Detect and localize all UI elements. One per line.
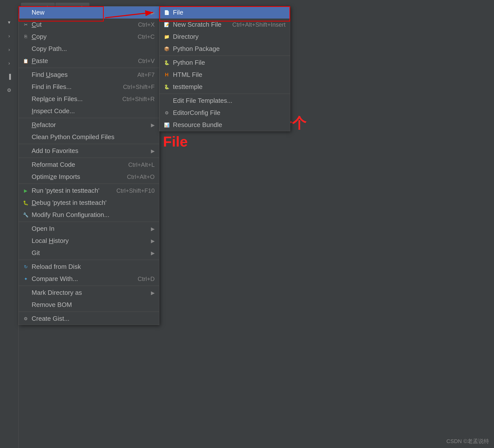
menu-item-debug[interactable]: 🐛 Debug 'pytest in testteach' <box>19 197 159 209</box>
menu-item-mark-directory[interactable]: Mark Directory as ▶ <box>19 287 159 299</box>
new-scratch-shortcut: Ctrl+Alt+Shift+Insert <box>232 21 286 28</box>
menu-item-find-in-files-label: Find in Files... <box>32 83 116 91</box>
submenu-item-editorconfig-label: EditorConfig File <box>173 109 286 117</box>
sidebar-icon-run-widget[interactable]: ⚙ <box>2 84 17 96</box>
sidebar-icon-chevron-down[interactable]: ▾ <box>2 16 17 28</box>
separator-4 <box>19 158 159 158</box>
menu-item-modify-run[interactable]: 🔧 Modify Run Configuration... <box>19 209 159 221</box>
menu-item-local-history[interactable]: Local History ▶ <box>19 235 159 247</box>
submenu-item-editorconfig[interactable]: ⚙ EditorConfig File <box>160 107 290 119</box>
reload-icon: ↻ <box>22 264 29 270</box>
cut-shortcut: Ctrl+X <box>138 21 155 28</box>
menu-item-git-label: Git <box>32 249 148 257</box>
mark-directory-arrow-icon: ▶ <box>151 290 155 296</box>
menu-item-remove-bom[interactable]: Remove BOM <box>19 299 159 311</box>
submenu-item-html-file[interactable]: H HTML File <box>160 69 290 81</box>
paste-icon: 📋 <box>22 58 29 64</box>
submenu-item-new-scratch[interactable]: 📝 New Scratch File Ctrl+Alt+Shift+Insert <box>160 19 290 31</box>
menu-item-optimize-imports[interactable]: Optimize Imports Ctrl+Alt+O <box>19 171 159 183</box>
menu-item-inspect-code-label: Inspect Code... <box>32 107 155 115</box>
testtemple-icon: 🐍 <box>163 84 170 90</box>
sidebar-icon-chevron-3[interactable]: › <box>2 57 17 69</box>
sidebar-icon-bar-chart[interactable]: ▐ <box>2 70 17 83</box>
submenu-item-edit-templates[interactable]: Edit File Templates... <box>160 95 290 107</box>
menu-item-reformat-code[interactable]: Reformat Code Ctrl+Alt+L <box>19 159 159 171</box>
submenu-item-file[interactable]: 📄 File <box>160 6 290 19</box>
separator-1 <box>19 68 159 68</box>
optimize-shortcut: Ctrl+Alt+O <box>127 173 155 180</box>
menu-item-create-gist[interactable]: ⚙ Create Gist... <box>19 313 159 325</box>
menu-item-find-in-files[interactable]: Find in Files... Ctrl+Shift+F <box>19 81 159 93</box>
separator-6 <box>19 222 159 222</box>
find-in-files-shortcut: Ctrl+Shift+F <box>123 84 155 90</box>
menu-item-copy-path[interactable]: Copy Path... <box>19 43 159 55</box>
find-usages-shortcut: Alt+F7 <box>137 71 155 78</box>
menu-item-add-favorites[interactable]: Add to Favorites ▶ <box>19 145 159 157</box>
scratch-icon: 📝 <box>163 22 170 27</box>
submenu-item-python-package-label: Python Package <box>173 45 286 53</box>
new-arrow-icon: ▶ <box>151 10 155 16</box>
menu-item-remove-bom-label: Remove BOM <box>32 301 155 309</box>
run-icon: ▶ <box>22 188 29 193</box>
submenu-item-python-file[interactable]: 🐍 Python File <box>160 57 290 69</box>
submenu-item-file-label: File <box>173 9 286 16</box>
submenu-separator-2 <box>160 94 290 94</box>
compare-shortcut: Ctrl+D <box>138 276 155 282</box>
submenu-separator-1 <box>160 56 290 56</box>
submenu-item-resource-bundle[interactable]: 📊 Resource Bundle <box>160 119 290 131</box>
file-doc-icon: 📄 <box>163 10 170 15</box>
directory-icon: 📁 <box>163 34 170 40</box>
submenu-item-python-package[interactable]: 📦 Python Package <box>160 43 290 55</box>
menu-item-refactor[interactable]: Refactor ▶ <box>19 119 159 131</box>
modify-run-icon: 🔧 <box>22 212 29 218</box>
menu-item-compare-with[interactable]: ✦ Compare With... Ctrl+D <box>19 273 159 285</box>
menu-item-cut[interactable]: ✂ Cut Ctrl+X <box>19 19 159 31</box>
watermark: CSDN ©老孟说特 <box>446 438 489 445</box>
menu-item-clean-compiled-label: Clean Python Compiled Files <box>32 133 155 141</box>
menu-item-optimize-imports-label: Optimize Imports <box>32 173 120 181</box>
separator-9 <box>19 312 159 312</box>
menu-item-git[interactable]: Git ▶ <box>19 247 159 259</box>
submenu-item-edit-templates-label: Edit File Templates... <box>173 97 286 105</box>
paste-shortcut: Ctrl+V <box>138 58 155 64</box>
submenu-item-resource-bundle-label: Resource Bundle <box>173 121 286 129</box>
sidebar-icon-chevron-2[interactable]: › <box>2 43 17 56</box>
debug-icon: 🐛 <box>22 200 29 206</box>
separator-7 <box>19 260 159 260</box>
menu-item-modify-run-label: Modify Run Configuration... <box>32 211 155 219</box>
separator-8 <box>19 286 159 286</box>
menu-item-find-usages[interactable]: Find Usages Alt+F7 <box>19 69 159 81</box>
scissors-icon: ✂ <box>22 22 29 27</box>
menu-item-open-in-label: Open In <box>32 225 148 233</box>
separator-3 <box>19 144 159 144</box>
menu-item-paste[interactable]: 📋 Paste Ctrl+V <box>19 55 159 67</box>
menu-item-copy[interactable]: ⎘ Copy Ctrl+C <box>19 31 159 43</box>
submenu-item-new-scratch-label: New Scratch File <box>173 21 225 28</box>
submenu-new: 📄 File 📝 New Scratch File Ctrl+Alt+Shift… <box>159 6 290 131</box>
menu-item-new[interactable]: New ▶ <box>19 6 159 19</box>
favorites-arrow-icon: ▶ <box>151 148 155 154</box>
resource-bundle-icon: 📊 <box>163 122 170 128</box>
menu-item-run[interactable]: ▶ Run 'pytest in testteach' Ctrl+Shift+F… <box>19 185 159 197</box>
menu-item-clean-compiled[interactable]: Clean Python Compiled Files <box>19 131 159 143</box>
menu-item-inspect-code[interactable]: Inspect Code... <box>19 105 159 117</box>
submenu-item-testtemple[interactable]: 🐍 testtemple <box>160 81 290 93</box>
main-background: testteach testteach ▾ › › › ▐ ⚙ New ▶ ✂ … <box>0 0 494 448</box>
menu-item-open-in[interactable]: Open In ▶ <box>19 223 159 235</box>
submenu-item-directory-label: Directory <box>173 33 286 41</box>
menu-item-reformat-code-label: Reformat Code <box>32 161 121 169</box>
copy-icon: ⎘ <box>22 34 29 39</box>
submenu-item-directory[interactable]: 📁 Directory <box>160 31 290 43</box>
context-menu: New ▶ ✂ Cut Ctrl+X ⎘ Copy Ctrl+C Copy Pa… <box>19 6 159 325</box>
menu-item-reload-disk[interactable]: ↻ Reload from Disk <box>19 261 159 273</box>
menu-item-find-usages-label: Find Usages <box>32 71 130 79</box>
menu-item-replace-in-files[interactable]: Replace in Files... Ctrl+Shift+R <box>19 93 159 105</box>
menu-item-create-gist-label: Create Gist... <box>32 315 155 322</box>
menu-item-paste-label: Paste <box>32 57 131 65</box>
compare-icon: ✦ <box>22 276 29 282</box>
sidebar-icon-chevron-1[interactable]: › <box>2 30 17 42</box>
submenu-item-python-file-label: Python File <box>173 59 286 66</box>
submenu-item-html-file-label: HTML File <box>173 71 286 79</box>
copy-shortcut: Ctrl+C <box>138 33 155 40</box>
menu-item-replace-in-files-label: Replace in Files... <box>32 95 115 103</box>
